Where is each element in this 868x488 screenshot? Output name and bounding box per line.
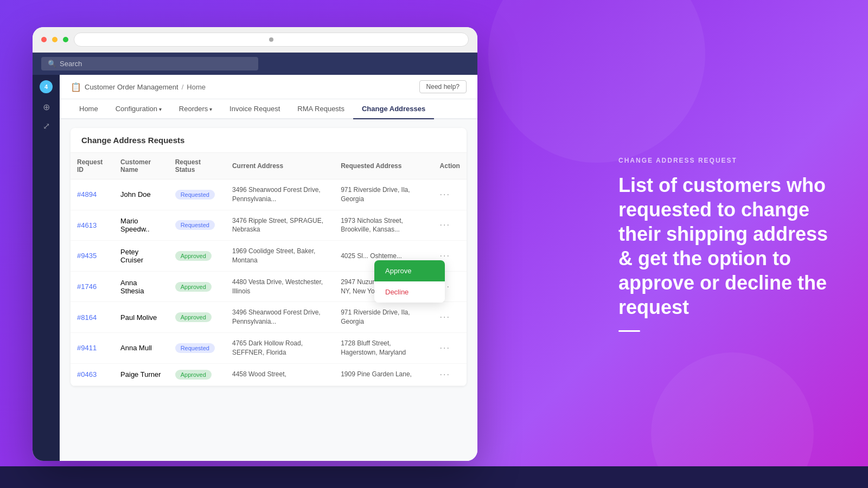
table-row: #4613 Mario Speedw.. Requested 3476 Ripp… [71,210,467,241]
cell-request-id: #1746 [71,271,114,302]
browser-dot-yellow[interactable] [52,37,58,42]
sidebar: 4 ⊕ ⤢ [33,75,60,461]
app-content: 🔍 Search 4 ⊕ ⤢ 📋 Customer Order Manageme… [33,53,477,461]
cell-customer-name: Mario Speedw.. [114,210,169,241]
col-request-status: Request Status [169,153,226,179]
action-menu-button[interactable]: ··· [440,370,450,379]
cell-current-address: 4458 Wood Street, [226,363,334,386]
status-badge: Approved [175,251,212,261]
request-id-link[interactable]: #4894 [77,190,97,198]
help-button[interactable]: Need help? [419,80,467,93]
requested-address-text: 1728 Bluff Street, Hagerstown, Maryland [341,339,406,356]
sidebar-external-icon[interactable]: ⤢ [43,121,50,131]
current-address-text: 1969 Coolidge Street, Baker, Montana [232,247,315,264]
cell-customer-name: Anna Sthesia [114,271,169,302]
cell-request-id: #9435 [71,241,114,272]
cell-action: ··· [433,179,467,210]
tab-invoice-request[interactable]: Invoice Request [221,99,289,119]
status-badge: Approved [175,370,212,380]
sidebar-badge[interactable]: 4 [40,80,53,93]
status-badge: Requested [175,220,215,230]
page-header: 📋 Customer Order Management / Home Need … [60,75,477,99]
current-address-text: 4765 Dark Hollow Road, SEFFNER, Florida [232,339,303,356]
search-text: Search [60,60,82,68]
col-customer-name: Customer Name [114,153,169,179]
tab-home[interactable]: Home [71,99,107,119]
table-row: #8164 Paul Molive Approved 3496 Shearwoo… [71,302,467,333]
action-dropdown: Approve Decline [374,260,445,303]
sidebar-add-icon[interactable]: ⊕ [43,102,50,112]
browser-indicator [269,37,273,42]
cell-action: ··· [433,332,467,363]
cell-action: ··· [433,363,467,386]
cell-requested-address: 971 Riverside Drive, Ila, Georgia [334,302,433,333]
browser-dot-green[interactable] [63,37,68,42]
breadcrumb: 📋 Customer Order Management / Home [71,82,206,92]
breadcrumb-home[interactable]: Home [187,83,206,91]
cell-status: Approved [169,271,226,302]
table-title: Change Address Requests [71,128,467,153]
status-badge: Requested [175,190,215,200]
request-id-link[interactable]: #9411 [77,344,97,352]
current-address-text: 4458 Wood Street, [232,370,286,378]
action-menu-button[interactable]: ··· [440,312,450,322]
cell-request-id: #9411 [71,332,114,363]
request-id-link[interactable]: #1746 [77,282,97,291]
tab-reorders[interactable]: Reorders [170,99,221,119]
cell-customer-name: Anna Mull [114,332,169,363]
cell-status: Approved [169,302,226,333]
app-name: Customer Order Management [85,83,178,91]
cell-current-address: 4765 Dark Hollow Road, SEFFNER, Florida [226,332,334,363]
table-card: Change Address Requests Request ID Custo… [71,128,467,386]
col-request-id: Request ID [71,153,114,179]
current-address-text: 3496 Shearwood Forest Drive, Pennsylvani… [232,186,321,203]
request-id-link[interactable]: #0463 [77,370,97,378]
cell-current-address: 3496 Shearwood Forest Drive, Pennsylvani… [226,179,334,210]
table-row: #9411 Anna Mull Requested 4765 Dark Holl… [71,332,467,363]
col-current-address: Current Address [226,153,334,179]
cell-status: Requested [169,179,226,210]
cell-status: Approved [169,363,226,386]
nav-tabs: Home Configuration Reorders Invoice Requ… [60,99,477,119]
cell-customer-name: John Doe [114,179,169,210]
cell-requested-address: 971 Riverside Drive, Ila, Georgia [334,179,433,210]
tab-configuration[interactable]: Configuration [107,99,170,119]
status-badge: Approved [175,282,212,292]
cell-action: ··· [433,302,467,333]
table-header: Request ID Customer Name Request Status … [71,153,467,179]
dropdown-decline[interactable]: Decline [374,281,445,303]
cell-request-id: #4613 [71,210,114,241]
app-icon: 📋 [71,82,81,92]
cell-current-address: 1969 Coolidge Street, Baker, Montana [226,241,334,272]
request-id-link[interactable]: #9435 [77,252,97,260]
search-icon: 🔍 [48,60,56,68]
request-id-link[interactable]: #8164 [77,313,97,322]
requested-address-text: 4025 Sl... Oshteme... [341,252,402,260]
cell-current-address: 3496 Shearwood Forest Drive, Pennsylvani… [226,302,334,333]
status-badge: Approved [175,312,212,322]
browser-chrome [33,27,477,53]
dropdown-approve[interactable]: Approve [374,260,445,281]
cell-requested-address: 1728 Bluff Street, Hagerstown, Maryland [334,332,433,363]
action-menu-button[interactable]: ··· [440,220,450,229]
cell-action: ··· [433,210,467,241]
browser-dot-red[interactable] [41,37,47,42]
current-address-text: 3476 Ripple Street, SPRAGUE, Nebraska [232,217,323,234]
panel-title: List of customers who requested to chang… [618,173,835,319]
request-id-link[interactable]: #4613 [77,221,97,229]
search-bar[interactable]: 🔍 Search [41,57,258,70]
status-badge: Requested [175,343,215,353]
requested-address-text: 971 Riverside Drive, Ila, Georgia [341,186,410,203]
cell-request-id: #8164 [71,302,114,333]
cell-request-id: #0463 [71,363,114,386]
panel-subtitle: Change Address Request [618,157,835,164]
action-menu-button[interactable]: ··· [440,343,450,352]
tab-rma-requests[interactable]: RMA Requests [289,99,353,119]
cell-customer-name: Petey Cruiser [114,241,169,272]
tab-change-addresses[interactable]: Change Addresses [353,99,434,119]
cell-status: Requested [169,332,226,363]
requested-address-text: 1909 Pine Garden Lane, [341,370,412,378]
action-menu-button[interactable]: ··· [440,190,450,199]
table-row: #0463 Paige Turner Approved 4458 Wood St… [71,363,467,386]
action-menu-button[interactable]: ··· [440,251,450,260]
